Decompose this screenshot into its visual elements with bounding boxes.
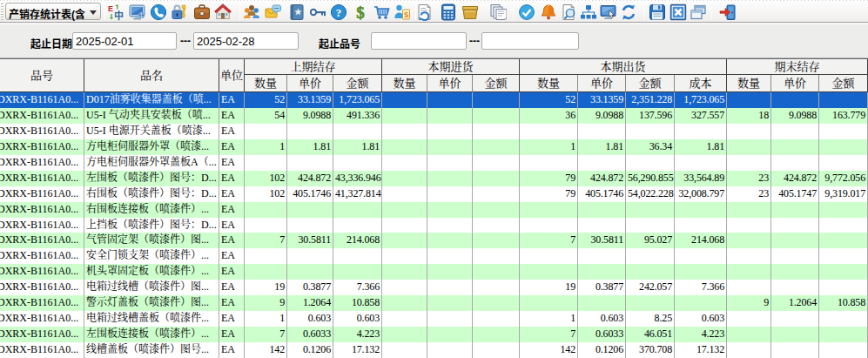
svg-text:中: 中 (114, 8, 124, 21)
svg-text:$: $ (356, 3, 365, 21)
svg-text:?: ? (336, 6, 342, 19)
svg-text:E: E (108, 4, 113, 13)
svg-text:$: $ (404, 10, 409, 19)
